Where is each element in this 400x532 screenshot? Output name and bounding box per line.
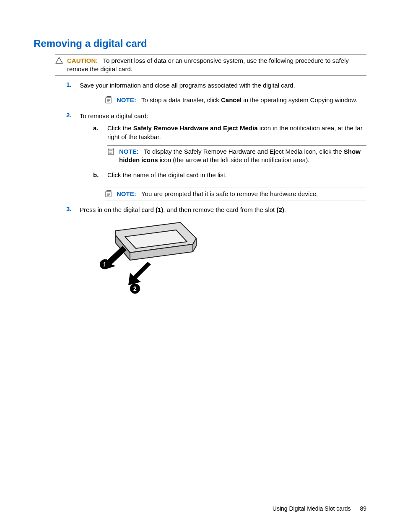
card-removal-figure: 1 2 — [92, 218, 366, 303]
section-heading: Removing a digital card — [34, 38, 366, 49]
s3-mid: , and then remove the card from the slot — [163, 206, 276, 213]
step-1: 1. Save your information and close all p… — [66, 81, 366, 90]
note-callout-2: NOTE: To display the Safely Remove Hardw… — [107, 145, 366, 167]
step-2: 2. To remove a digital card: a. Click th… — [66, 111, 366, 184]
s3-post: . — [284, 206, 286, 213]
substep-a-pre: Click the — [107, 124, 133, 132]
note-bold: Cancel — [221, 96, 242, 103]
sub-list: a. Click the Safely Remove Hardware and … — [93, 124, 366, 180]
note-text-post: in the operating system Copying window. — [242, 96, 357, 103]
caution-text: To prevent loss of data or an unresponsi… — [67, 57, 349, 72]
substep-a-bold: Safely Remove Hardware and Eject Media — [133, 124, 258, 132]
note2-pre: To display the Safely Remove Hardware an… — [144, 148, 344, 155]
note-icon — [107, 148, 117, 158]
caution-callout: CAUTION: To prevent loss of data or an u… — [55, 54, 366, 76]
note-body: NOTE: To display the Safely Remove Hardw… — [119, 147, 366, 165]
note-label: NOTE: — [119, 148, 139, 155]
footer-section: Using Digital Media Slot cards — [273, 505, 351, 512]
note-callout-1: NOTE: To stop a data transfer, click Can… — [105, 94, 366, 107]
note-callout-3: NOTE: You are prompted that it is safe t… — [105, 188, 366, 201]
s3-b2: (2) — [276, 206, 284, 213]
note-icon — [105, 96, 114, 105]
s3-pre: Press in on the digital card — [80, 206, 156, 213]
step-number: 2. — [66, 111, 80, 184]
note-icon — [105, 190, 114, 199]
page-footer: Using Digital Media Slot cards 89 — [273, 505, 366, 512]
substep-a: a. Click the Safely Remove Hardware and … — [93, 124, 366, 141]
svg-text:2: 2 — [133, 285, 137, 292]
ordered-list: 1. Save your information and close all p… — [66, 81, 366, 214]
note-body: NOTE: To stop a data transfer, click Can… — [117, 96, 366, 104]
substep-body: Click the Safely Remove Hardware and Eje… — [107, 124, 366, 141]
caution-label: CAUTION: — [67, 57, 98, 64]
step-body: To remove a digital card: a. Click the S… — [80, 111, 366, 184]
note-label: NOTE: — [117, 190, 136, 197]
note3-text: You are prompted that it is safe to remo… — [141, 190, 318, 197]
document-page: Removing a digital card CAUTION: To prev… — [0, 0, 400, 320]
note-label: NOTE: — [117, 96, 136, 103]
substep-letter: a. — [93, 124, 107, 141]
step-2-intro: To remove a digital card: — [80, 111, 366, 120]
step-number: 3. — [66, 205, 80, 214]
step-number: 1. — [66, 81, 80, 90]
step-body: Press in on the digital card (1), and th… — [80, 205, 366, 214]
step-body: Save your information and close all prog… — [80, 81, 366, 90]
note-body: NOTE: You are prompted that it is safe t… — [117, 190, 366, 198]
caution-body: CAUTION: To prevent loss of data or an u… — [67, 57, 366, 74]
substep-letter: b. — [93, 170, 107, 179]
caution-triangle-icon — [55, 57, 65, 65]
substep-b: b. Click the name of the digital card in… — [93, 170, 366, 179]
substep-body: Click the name of the digital card in th… — [107, 170, 366, 179]
footer-page-number: 89 — [360, 505, 366, 512]
s3-b1: (1) — [156, 206, 163, 213]
note2-post: icon (the arrow at the left side of the … — [158, 156, 310, 163]
step-3: 3. Press in on the digital card (1), and… — [66, 205, 366, 214]
note-text-pre: To stop a data transfer, click — [141, 96, 221, 103]
